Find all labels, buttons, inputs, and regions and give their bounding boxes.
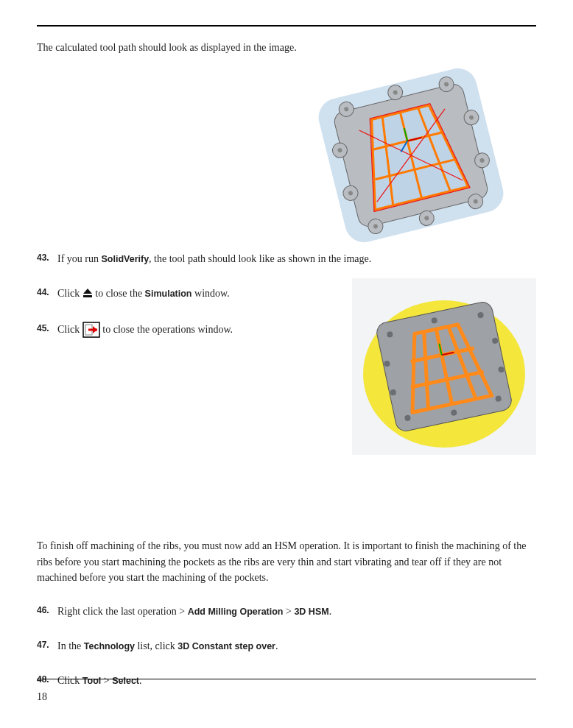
txt: . [275,640,278,651]
svg-rect-57 [83,295,92,297]
step-number: 46. [37,604,57,617]
bold: Technology [84,641,135,651]
step-number: 47. [37,638,57,651]
step-43: 43. If you run SolidVerify, the tool pat… [37,251,536,266]
txt: In the [57,640,84,651]
txt: > [101,675,112,686]
step-number: 45. [37,322,57,335]
bold: SolidVerify [102,254,150,264]
two-column-block: 44. Click to close the Simulation window… [37,286,536,526]
step-number: 44. [37,286,57,299]
step-text: If you run SolidVerify, the tool path sh… [57,251,371,266]
figure-toolpath [308,60,514,251]
svg-marker-56 [83,289,92,294]
txt: , the tool path should look like as show… [149,253,371,264]
bold: 3D HSM [294,607,328,617]
txt: window. [192,288,230,299]
eject-icon [82,288,93,298]
txt: . [139,675,142,686]
bold: Add Milling Operation [188,607,284,617]
top-rule [37,25,536,26]
txt: Click [57,288,82,299]
txt: to close the [95,288,144,299]
txt: Right click the last operation > [57,606,188,617]
step-45: 45. Click to close the operations window… [37,322,309,338]
bold: 3D Constant step over [177,641,275,651]
body-paragraph-2: To finish off machining of the ribs, you… [37,538,536,586]
step-text: Click to close the operations window. [57,322,233,338]
txt: Click [57,324,82,335]
txt: list, click [135,640,177,651]
txt: > [284,606,295,617]
step-46: 46. Right click the last operation > Add… [37,604,536,619]
step-number: 48. [37,673,57,686]
left-steps: 44. Click to close the Simulation window… [37,286,309,338]
step-44: 44. Click to close the Simulation window… [37,286,309,301]
step-48: 48. Click Tool > Select. [37,673,536,688]
step-text: In the Technology list, click 3D Constan… [57,638,278,654]
txt: Click [57,675,82,686]
figure-solidverify [352,278,536,455]
page-number: 18 [37,691,47,703]
bottom-rule [37,679,536,679]
txt: to close the operations window. [102,324,233,335]
figure-1-wrap [37,60,536,251]
bold: Tool [82,676,101,686]
txt: If you run [57,253,102,264]
intro-text-1: The calculated tool path should look as … [37,40,536,55]
exit-icon [82,322,100,338]
step-text: Click to close the Simulation window. [57,286,230,301]
step-number: 43. [37,251,57,264]
bold: Select [112,676,139,686]
txt: . [329,606,332,617]
step-text: Click Tool > Select. [57,673,142,688]
document-page: The calculated tool path should look as … [0,0,573,728]
step-text: Right click the last operation > Add Mil… [57,604,331,619]
bold: Simulation [145,289,192,299]
step-47: 47. In the Technology list, click 3D Con… [37,638,536,654]
